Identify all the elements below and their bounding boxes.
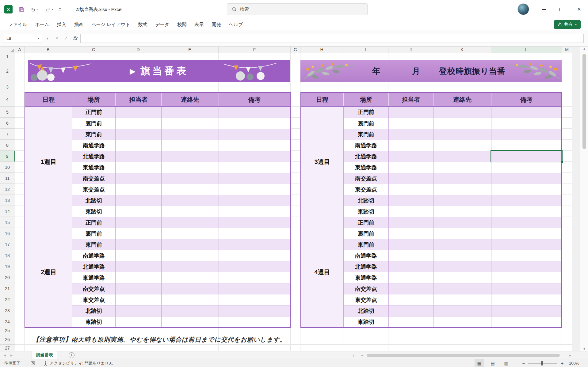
row-header-6[interactable]: 6 — [0, 118, 15, 129]
location-cell[interactable]: 北通学路 — [343, 261, 388, 272]
empty-cell[interactable] — [388, 294, 433, 305]
empty-cell[interactable] — [115, 239, 161, 250]
close-button[interactable]: × — [570, 0, 588, 19]
macro-record-icon[interactable] — [31, 361, 35, 366]
empty-cell[interactable] — [491, 107, 561, 118]
row-header-20[interactable]: 20 — [0, 272, 15, 283]
column-header-G[interactable]: G — [291, 47, 300, 53]
row-header-8[interactable]: 8 — [0, 140, 15, 151]
customize-quick-access-toolbar-button[interactable]: ▼ — [59, 8, 61, 11]
row-header-24[interactable]: 24 — [0, 316, 15, 327]
empty-cell[interactable] — [161, 217, 219, 228]
empty-cell[interactable] — [115, 228, 161, 239]
vertical-scrollbar[interactable]: ▲ ▼ — [580, 47, 588, 351]
empty-cell[interactable] — [219, 195, 290, 206]
empty-cell[interactable] — [115, 129, 161, 140]
empty-cell[interactable] — [115, 294, 161, 305]
row-header-16[interactable]: 16 — [0, 228, 15, 239]
empty-cell[interactable] — [433, 151, 491, 162]
empty-cell[interactable] — [219, 162, 290, 173]
column-header-A[interactable]: A — [15, 47, 25, 53]
empty-cell[interactable] — [161, 250, 219, 261]
empty-cell[interactable] — [388, 206, 433, 217]
empty-cell[interactable] — [388, 217, 433, 228]
empty-cell[interactable] — [219, 107, 290, 118]
location-cell[interactable]: 東門前 — [72, 129, 115, 140]
user-avatar[interactable] — [517, 3, 529, 15]
location-cell[interactable]: 正門前 — [343, 107, 388, 118]
empty-cell[interactable] — [388, 305, 433, 316]
column-header-D[interactable]: D — [115, 47, 161, 53]
accessibility-status-label[interactable]: アクセシビリティ: 問題ありません — [50, 359, 113, 367]
empty-cell[interactable] — [433, 272, 491, 283]
empty-cell[interactable] — [491, 305, 561, 316]
empty-cell[interactable] — [161, 228, 219, 239]
empty-cell[interactable] — [388, 261, 433, 272]
empty-cell[interactable] — [161, 206, 219, 217]
empty-cell[interactable] — [161, 283, 219, 294]
location-cell[interactable]: 裏門前 — [343, 228, 388, 239]
empty-cell[interactable] — [491, 283, 561, 294]
empty-cell[interactable] — [388, 162, 433, 173]
column-header-I[interactable]: I — [343, 47, 388, 53]
empty-cell[interactable] — [433, 250, 491, 261]
left-banner[interactable]: ▶ 旗当番表 — [28, 60, 290, 82]
empty-cell[interactable] — [219, 173, 290, 184]
location-cell[interactable]: 北踏切 — [343, 305, 388, 316]
row-header-15[interactable]: 15 — [0, 217, 15, 228]
empty-cell[interactable] — [433, 118, 491, 129]
empty-cell[interactable] — [491, 239, 561, 250]
empty-cell[interactable] — [161, 294, 219, 305]
empty-cell[interactable] — [388, 272, 433, 283]
scroll-down-icon[interactable]: ▼ — [580, 347, 588, 350]
location-cell[interactable]: 東交差点 — [72, 294, 115, 305]
location-cell[interactable]: 東通学路 — [72, 272, 115, 283]
location-cell[interactable]: 北踏切 — [343, 195, 388, 206]
location-cell[interactable]: 南通学路 — [343, 140, 388, 151]
location-cell[interactable]: 東通学路 — [343, 162, 388, 173]
column-header-J[interactable]: J — [388, 47, 433, 53]
empty-cell[interactable] — [115, 140, 161, 151]
empty-cell[interactable] — [161, 162, 219, 173]
empty-cell[interactable] — [491, 228, 561, 239]
empty-cell[interactable] — [219, 305, 290, 316]
empty-cell[interactable] — [388, 151, 433, 162]
empty-cell[interactable] — [115, 250, 161, 261]
empty-cell[interactable] — [219, 272, 290, 283]
sheet-nav-left-icon[interactable]: ◀ — [4, 351, 6, 359]
empty-cell[interactable] — [161, 305, 219, 316]
horizontal-scrollbar-thumb[interactable] — [367, 354, 560, 357]
empty-cell[interactable] — [161, 195, 219, 206]
empty-cell[interactable] — [219, 250, 290, 261]
row-header-10[interactable]: 10 — [0, 162, 15, 173]
empty-cell[interactable] — [433, 305, 491, 316]
week-cell[interactable]: 3週目 — [301, 107, 343, 217]
ribbon-tab-page-layout[interactable]: ページ レイアウト — [87, 19, 134, 30]
empty-cell[interactable] — [388, 173, 433, 184]
empty-cell[interactable] — [491, 195, 561, 206]
location-cell[interactable]: 南交差点 — [343, 173, 388, 184]
empty-cell[interactable] — [115, 173, 161, 184]
search-box[interactable]: 検索 — [227, 3, 368, 15]
empty-cell[interactable] — [219, 228, 290, 239]
sheet-nav-right-icon[interactable]: ▶ — [10, 351, 13, 359]
name-box[interactable]: L9 ▼ — [3, 34, 42, 43]
empty-cell[interactable] — [433, 129, 491, 140]
row-header-5[interactable]: 5 — [0, 107, 15, 118]
empty-cell[interactable] — [161, 129, 219, 140]
location-cell[interactable]: 南通学路 — [343, 250, 388, 261]
location-cell[interactable]: 正門前 — [72, 107, 115, 118]
column-header-E[interactable]: E — [161, 47, 219, 53]
location-cell[interactable]: 東通学路 — [72, 162, 115, 173]
right-banner[interactable]: 年 月 登校時旗振り当番 — [300, 60, 562, 82]
row-header-4[interactable]: 4 — [0, 92, 15, 107]
empty-cell[interactable] — [115, 118, 161, 129]
empty-cell[interactable] — [433, 283, 491, 294]
row-header-2[interactable]: 2 — [0, 60, 15, 82]
empty-cell[interactable] — [491, 129, 561, 140]
empty-cell[interactable] — [491, 217, 561, 228]
empty-cell[interactable] — [433, 184, 491, 195]
empty-cell[interactable] — [433, 195, 491, 206]
location-cell[interactable]: 東交差点 — [343, 184, 388, 195]
hscroll-left-icon[interactable]: ◀ — [361, 351, 363, 359]
